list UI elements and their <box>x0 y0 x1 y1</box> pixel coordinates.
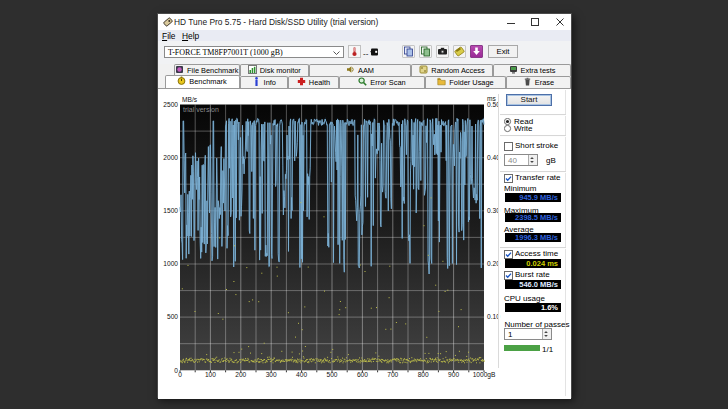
svg-text:400: 400 <box>296 371 307 378</box>
svg-text:1500: 1500 <box>163 207 178 214</box>
svg-text:2000: 2000 <box>163 154 178 161</box>
svg-text:100: 100 <box>205 371 216 378</box>
svg-text:0: 0 <box>178 371 182 378</box>
svg-text:2500: 2500 <box>163 101 178 108</box>
svg-text:900: 900 <box>448 371 459 378</box>
svg-text:500: 500 <box>167 313 178 320</box>
svg-text:700: 700 <box>387 371 398 378</box>
svg-text:1000: 1000 <box>163 260 178 267</box>
svg-text:200: 200 <box>235 371 246 378</box>
svg-text:800: 800 <box>418 371 429 378</box>
svg-text:ms: ms <box>487 95 496 102</box>
svg-text:MB/s: MB/s <box>182 96 198 103</box>
svg-text:1000gB: 1000gB <box>473 371 496 379</box>
svg-text:500: 500 <box>326 371 337 378</box>
svg-text:300: 300 <box>266 371 277 378</box>
svg-text:trial version: trial version <box>183 106 219 113</box>
svg-text:600: 600 <box>357 371 368 378</box>
